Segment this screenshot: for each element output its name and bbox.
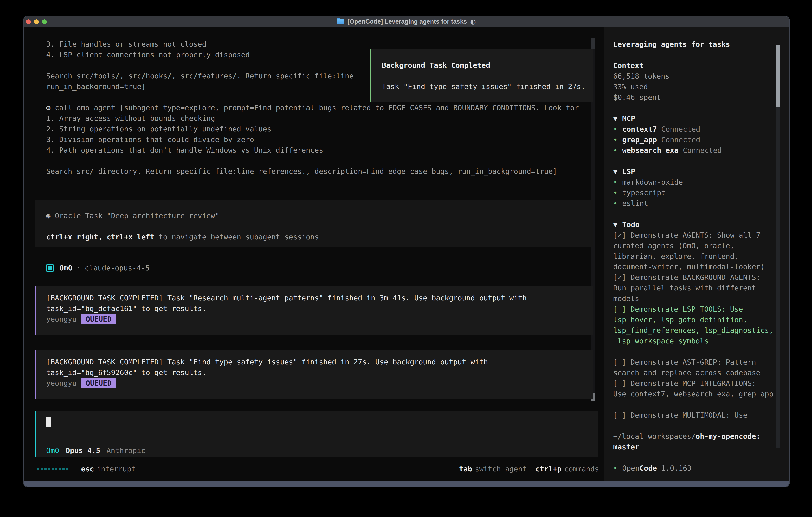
todo-line: Run parallel tasks with different	[613, 283, 773, 293]
sidebar-scrollbar-thumb[interactable]	[776, 45, 780, 107]
radio-icon: ◉	[46, 212, 51, 220]
bullet-icon: •	[613, 187, 622, 198]
mcp-item: •grep_app Connected	[613, 134, 773, 145]
close-button[interactable]	[26, 19, 31, 24]
context-spent: $0.46 spent	[613, 92, 773, 103]
ctrlp-key-label: commands	[564, 465, 599, 473]
mcp-item-status	[657, 125, 661, 133]
progress-spinner	[37, 468, 68, 470]
app-name-bold: Code	[640, 464, 657, 472]
output-line	[46, 155, 579, 166]
folder-icon	[337, 19, 344, 24]
statusbar-shortcuts: tab switch agent ctrl+p commands	[459, 465, 599, 473]
spinner-dot-icon	[48, 468, 50, 470]
dot-separator: ·	[76, 264, 81, 272]
todo-line: [✓] Demonstrate BACKGROUND AGENTS:	[613, 272, 773, 283]
title-bar: [OpenCode] Leveraging agents for tasks ◐	[24, 16, 789, 27]
lsp-item-name: eslint	[622, 199, 648, 207]
spinner-dot-icon	[55, 468, 57, 470]
workspace-repo: oh-my-opencode:	[696, 432, 760, 440]
chevron-down-icon: ▼	[613, 166, 622, 177]
output-line: Search src/ directory. Return specific f…	[46, 166, 579, 176]
chat-scrollbar-thumb-top[interactable]	[591, 38, 595, 49]
toast-title: Background Task Completed	[382, 60, 592, 71]
app-name-light: Open	[622, 464, 640, 472]
prompt-input[interactable]: OmO Opus 4.5 Anthropic	[35, 411, 598, 457]
window-title: [OpenCode] Leveraging agents for tasks	[347, 18, 467, 25]
todo-section-header[interactable]: ▼Todo	[613, 219, 773, 230]
app-window: [OpenCode] Leveraging agents for tasks ◐…	[23, 16, 790, 487]
navigation-hint: ctrl+x right, ctrl+x left to navigate be…	[46, 232, 593, 242]
workspace-branch: master	[613, 442, 773, 452]
chevron-down-icon: ▼	[613, 113, 622, 124]
tool-call-line: ⚙ call_omo_agent [subagent_type=explore,…	[46, 102, 579, 113]
todo-line: search and replace across codebase	[613, 368, 773, 378]
mcp-item: •context7 Connected	[613, 124, 773, 134]
mcp-item-status-text: Connected	[661, 136, 700, 144]
agent-name: OmO	[59, 264, 72, 272]
spinner-dot-icon	[37, 468, 39, 470]
gear-icon: ⚙	[46, 104, 51, 112]
todo-line: lsp_workspace_symbols	[613, 336, 773, 346]
app-version: 1.0.163	[657, 464, 691, 472]
mcp-item-name: context7	[622, 125, 657, 133]
bullet-icon: •	[613, 145, 622, 156]
bullet-icon: •	[613, 134, 622, 145]
lsp-item-name: markdown-oxide	[622, 178, 683, 186]
blank-line	[613, 156, 773, 166]
spinner-dot-icon	[66, 468, 68, 470]
text-cursor	[46, 417, 51, 427]
todo-line: Use context7, websearch_exa, grep_app	[613, 389, 773, 399]
todo-line: [ ] Demonstrate MULTIMODAL: Use	[613, 410, 773, 420]
oracle-task-label: Oracle Task "Deep architecture review"	[51, 212, 220, 220]
hint-shortcut: ctrl+x right, ctrl+x left	[46, 233, 154, 241]
oracle-task-panel: ◉ Oracle Task "Deep architecture review"…	[35, 199, 593, 246]
message-card: [BACKGROUND TASK COMPLETED] Task "Resear…	[35, 286, 593, 335]
todo-line: [ ] Demonstrate MCP INTEGRATIONS:	[613, 378, 773, 389]
context-tokens: 66,518 tokens	[613, 71, 773, 81]
mcp-section-header[interactable]: ▼MCP	[613, 113, 773, 124]
author-label: yeongyu	[46, 378, 77, 388]
model-status-line: OmO Opus 4.5 Anthropic	[46, 445, 146, 456]
agent-header: OmO · claude-opus-4-5	[46, 263, 150, 273]
zoom-button[interactable]	[42, 19, 47, 24]
input-agent-name: OmO	[46, 446, 59, 455]
todo-line: models	[613, 293, 773, 304]
blank-line	[613, 452, 773, 463]
message-card: [BACKGROUND TASK COMPLETED] Task "Find t…	[35, 350, 593, 399]
hint-text: to navigate between subagent sessions	[154, 233, 319, 241]
lsp-section-header[interactable]: ▼LSP	[613, 166, 773, 177]
half-moon-icon: ◐	[470, 18, 476, 25]
queued-badge: QUEUED	[81, 378, 116, 388]
sidebar-scrollbar-track[interactable]	[776, 45, 780, 448]
workspace-path: ~/local-workspaces/oh-my-opencode:	[613, 431, 773, 442]
blank-line	[613, 346, 773, 357]
todo-list: [✓] Demonstrate AGENTS: Show all 7curate…	[613, 230, 773, 420]
toast-body: Task "Find type safety issues" finished …	[382, 81, 592, 92]
workspace-path-prefix: ~/local-workspaces/	[613, 432, 696, 440]
minimize-button[interactable]	[34, 19, 39, 24]
chevron-down-icon: ▼	[613, 219, 622, 230]
lsp-item: •markdown-oxide	[613, 177, 773, 187]
mcp-heading: MCP	[622, 114, 635, 123]
version-line: •OpenCode 1.0.163	[613, 463, 773, 473]
blank-line	[613, 103, 773, 113]
context-used: 33% used	[613, 81, 773, 92]
message-line: [BACKGROUND TASK COMPLETED] Task "Find t…	[46, 357, 593, 367]
input-provider-name: Anthropic	[107, 446, 145, 455]
output-line: 2. String operations on potentially unde…	[46, 124, 579, 134]
output-line: 3. Division operations that could divide…	[46, 134, 579, 145]
window-title-group: [OpenCode] Leveraging agents for tasks ◐	[337, 16, 476, 27]
spinner-dot-icon	[62, 468, 64, 470]
message-line: [BACKGROUND TASK COMPLETED] Task "Resear…	[46, 293, 593, 303]
tab-key-label: switch agent	[475, 465, 527, 473]
todo-line: document-writer, multimodal-looker)	[613, 262, 773, 272]
background-task-toast[interactable]: Background Task Completed Task "Find typ…	[371, 49, 593, 102]
ctrlp-key-hint: ctrl+p	[536, 465, 562, 473]
mcp-item-name: grep_app	[622, 136, 657, 144]
traffic-lights	[26, 19, 47, 24]
spinner-dot-icon	[45, 468, 47, 470]
input-model-name: Opus 4.5	[65, 446, 100, 455]
blank-line	[613, 420, 773, 431]
todo-line: curated agents (OmO, oracle,	[613, 240, 773, 251]
